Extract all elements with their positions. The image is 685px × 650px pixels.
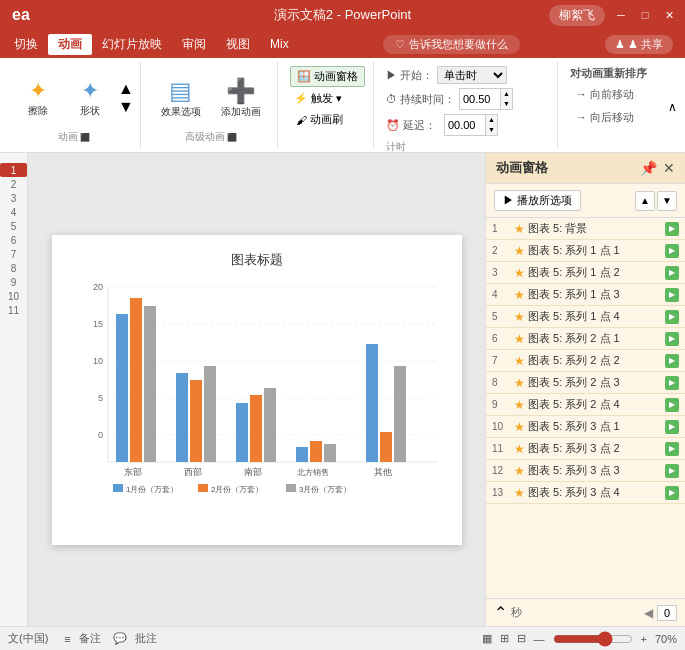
anim-item-number: 2	[492, 245, 514, 256]
anim-item-text: 图表 5: 系列 3 点 4	[528, 485, 665, 500]
erase-icon: ✦	[29, 78, 47, 104]
anim-item-number: 11	[492, 443, 514, 454]
close-button[interactable]: ✕	[661, 7, 677, 23]
animation-list-item[interactable]: 4 ★ 图表 5: 系列 1 点 3 ▶	[486, 284, 685, 306]
delay-up[interactable]: ▲	[485, 115, 497, 125]
svg-text:其他: 其他	[374, 467, 392, 477]
svg-text:3月份（万套）: 3月份（万套）	[299, 485, 351, 494]
animation-list-item[interactable]: 3 ★ 图表 5: 系列 1 点 2 ▶	[486, 262, 685, 284]
menu-item-switch[interactable]: 切换	[4, 34, 48, 55]
slide-number-3[interactable]: 3	[0, 191, 27, 205]
footer-value: 0	[657, 605, 677, 621]
menu-item-view[interactable]: 视图	[216, 34, 260, 55]
animation-list-item[interactable]: 10 ★ 图表 5: 系列 3 点 1 ▶	[486, 416, 685, 438]
ribbon-collapse-button[interactable]: ∧	[668, 100, 677, 114]
svg-rect-25	[310, 441, 322, 462]
slide-number-6[interactable]: 6	[0, 233, 27, 247]
animation-list-item[interactable]: 9 ★ 图表 5: 系列 2 点 4 ▶	[486, 394, 685, 416]
anim-star-icon: ★	[514, 464, 525, 478]
minimize-button[interactable]: ─	[613, 7, 629, 23]
panel-pin-button[interactable]: 📌	[640, 160, 657, 176]
brush-icon: 🖌	[296, 114, 307, 126]
svg-rect-13	[130, 298, 142, 462]
delay-down[interactable]: ▼	[485, 125, 497, 135]
slide-number-2[interactable]: 2	[0, 177, 27, 191]
slide[interactable]: 图表标题 20 15 10 5 0	[52, 235, 462, 545]
svg-text:10: 10	[92, 356, 102, 366]
menu-bar: 切换 动画 幻灯片放映 审阅 视图 Mix ♡ 告诉我您想要做什么 ♟ ♟ 共享	[0, 30, 685, 58]
slide-number-1[interactable]: 1	[0, 163, 27, 177]
anim-star-icon: ★	[514, 420, 525, 434]
comments-label[interactable]: 批注	[135, 631, 157, 646]
animation-pane-button[interactable]: 🪟 动画窗格	[290, 66, 365, 87]
notes-label[interactable]: 备注	[79, 631, 101, 646]
anim-star-icon: ★	[514, 398, 525, 412]
menu-item-slideshow[interactable]: 幻灯片放映	[92, 34, 172, 55]
anim-item-text: 图表 5: 系列 3 点 1	[528, 419, 665, 434]
svg-text:20: 20	[92, 282, 102, 292]
animation-list-item[interactable]: 7 ★ 图表 5: 系列 2 点 2 ▶	[486, 350, 685, 372]
slide-number-7[interactable]: 7	[0, 247, 27, 261]
animation-list-item[interactable]: 11 ★ 图表 5: 系列 3 点 2 ▶	[486, 438, 685, 460]
animation-list-item[interactable]: 6 ★ 图表 5: 系列 2 点 1 ▶	[486, 328, 685, 350]
duration-input[interactable]	[460, 92, 500, 106]
animation-list-item[interactable]: 5 ★ 图表 5: 系列 1 点 4 ▶	[486, 306, 685, 328]
scroll-down-icon[interactable]: ▼	[118, 98, 134, 116]
anim-item-number: 9	[492, 399, 514, 410]
add-animation-button[interactable]: ➕ 添加动画	[213, 73, 269, 123]
animation-expand-icon[interactable]: ⬛	[80, 133, 90, 142]
animation-list-item[interactable]: 8 ★ 图表 5: 系列 2 点 3 ▶	[486, 372, 685, 394]
start-select[interactable]: 单击时	[437, 66, 507, 84]
reorder-label: 对动画重新排序	[570, 66, 647, 81]
menu-item-animation[interactable]: 动画	[48, 34, 92, 55]
animation-list-item[interactable]: 12 ★ 图表 5: 系列 3 点 3 ▶	[486, 460, 685, 482]
view-grid-button[interactable]: ⊞	[500, 632, 509, 645]
anim-star-icon: ★	[514, 376, 525, 390]
duration-up[interactable]: ▲	[500, 89, 512, 99]
share-button[interactable]: ♟ ♟ 共享	[605, 35, 673, 54]
menu-item-review[interactable]: 审阅	[172, 34, 216, 55]
play-selected-button[interactable]: ▶ 播放所选项	[494, 190, 581, 211]
slide-number-4[interactable]: 4	[0, 205, 27, 219]
slide-number-8[interactable]: 8	[0, 261, 27, 275]
shape-animation-button[interactable]: ✦ 形状	[66, 74, 114, 122]
svg-rect-14	[144, 306, 156, 462]
slide-number-10[interactable]: 10	[0, 289, 27, 303]
panel-close-button[interactable]: ✕	[663, 160, 675, 176]
delay-input[interactable]	[445, 118, 485, 132]
bar-chart: 20 15 10 5 0 东部 西部	[68, 277, 448, 497]
effect-options-button[interactable]: ▤ 效果选项	[153, 73, 209, 123]
animation-brush-button[interactable]: 🖌 动画刷	[290, 110, 365, 129]
footer-prev-button[interactable]: ◀	[644, 606, 653, 620]
advanced-expand-icon[interactable]: ⬛	[227, 133, 237, 142]
slide-number-5[interactable]: 5	[0, 219, 27, 233]
play-row: ▶ 播放所选项 ▲ ▼	[486, 184, 685, 218]
animation-list-item[interactable]: 1 ★ 图表 5: 背景 ▶	[486, 218, 685, 240]
view-normal-button[interactable]: ▦	[482, 632, 492, 645]
slide-number-11[interactable]: 11	[0, 303, 27, 317]
maximize-button[interactable]: □	[637, 7, 653, 23]
anim-item-text: 图表 5: 系列 3 点 2	[528, 441, 665, 456]
animation-list-item[interactable]: 2 ★ 图表 5: 系列 1 点 1 ▶	[486, 240, 685, 262]
animation-list-item[interactable]: 13 ★ 图表 5: 系列 3 点 4 ▶	[486, 482, 685, 504]
anim-color-indicator: ▶	[665, 442, 679, 456]
effect-label: 效果选项	[161, 105, 201, 119]
scroll-up-icon[interactable]: ▲	[118, 80, 134, 98]
slide-number-9[interactable]: 9	[0, 275, 27, 289]
view-reading-button[interactable]: ⊟	[517, 632, 526, 645]
zoom-slider[interactable]	[553, 631, 633, 647]
move-forward-button[interactable]: → 向前移动	[570, 85, 647, 104]
search-box[interactable]: ♡ 告诉我您想要做什么	[383, 35, 520, 54]
footer-expand-icon[interactable]: ⌃	[494, 603, 507, 622]
anim-color-indicator: ▶	[665, 398, 679, 412]
svg-rect-21	[250, 395, 262, 462]
move-up-button[interactable]: ▲	[635, 191, 655, 211]
svg-rect-22	[264, 388, 276, 462]
move-down-button[interactable]: ▼	[657, 191, 677, 211]
trigger-button[interactable]: ⚡ 触发 ▾	[290, 90, 365, 107]
menu-item-mix[interactable]: Mix	[260, 35, 299, 53]
move-backward-button[interactable]: → 向后移动	[570, 108, 647, 127]
anim-item-number: 8	[492, 377, 514, 388]
erase-animation-button[interactable]: ✦ 擦除	[14, 74, 62, 122]
duration-down[interactable]: ▼	[500, 99, 512, 109]
